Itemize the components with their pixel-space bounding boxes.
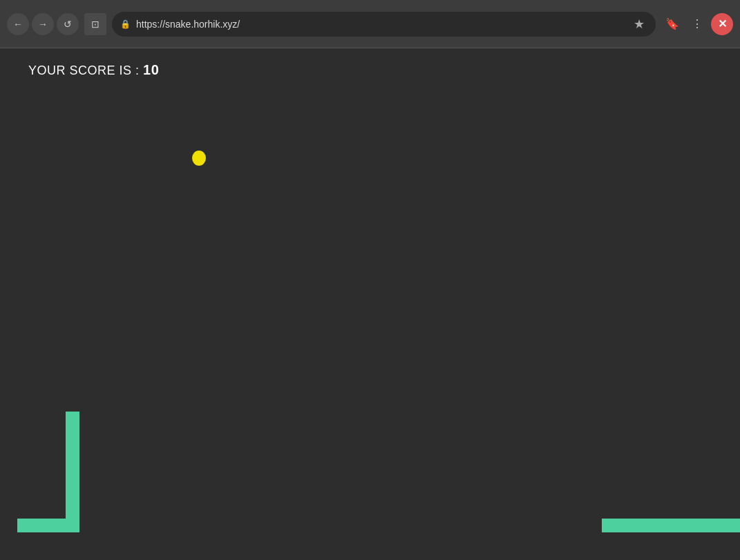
bookmarks-button[interactable]: 🔖 bbox=[661, 13, 683, 35]
game-area[interactable]: YOUR SCORE IS : 10 bbox=[0, 48, 740, 560]
forward-button[interactable]: → bbox=[32, 13, 54, 35]
snake-segment-vertical-left bbox=[66, 412, 79, 532]
score-value: 10 bbox=[143, 62, 159, 77]
menu-button[interactable]: ⋮ bbox=[686, 13, 708, 35]
food-dot bbox=[192, 151, 206, 166]
refresh-button[interactable]: ↺ bbox=[57, 13, 79, 35]
nav-buttons: ← → ↺ bbox=[7, 13, 79, 35]
browser-chrome: ← → ↺ ⊡ 🔒 https://snake.horhik.xyz/ ★ 🔖 … bbox=[0, 0, 740, 48]
close-button[interactable]: ✕ bbox=[711, 13, 733, 35]
back-button[interactable]: ← bbox=[7, 13, 29, 35]
browser-right-controls: 🔖 ⋮ ✕ bbox=[661, 13, 733, 35]
score-label: YOUR SCORE IS : bbox=[28, 64, 140, 77]
address-bar[interactable]: 🔒 https://snake.horhik.xyz/ ★ bbox=[112, 12, 656, 37]
bookmark-star-button[interactable]: ★ bbox=[631, 14, 647, 35]
lock-icon: 🔒 bbox=[120, 19, 131, 29]
url-text: https://snake.horhik.xyz/ bbox=[136, 19, 625, 30]
extensions-button[interactable]: ⊡ bbox=[84, 13, 106, 35]
score-display: YOUR SCORE IS : 10 bbox=[28, 62, 159, 78]
snake-segment-horizontal-right bbox=[602, 519, 740, 532]
